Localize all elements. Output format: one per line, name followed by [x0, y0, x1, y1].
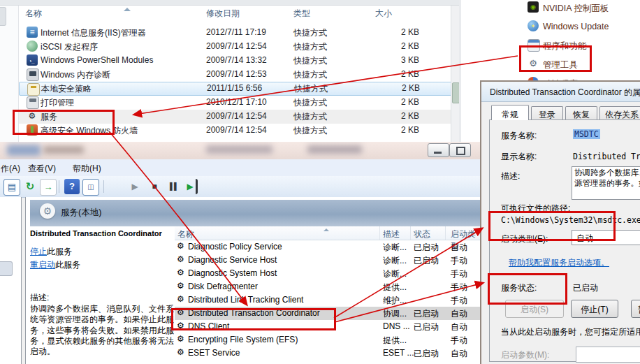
- service-name: Encrypting File System (EFS): [188, 335, 298, 344]
- service-desc: ESET ...: [383, 348, 414, 358]
- start-menu-item[interactable]: NVIDIA 控制面板: [461, 0, 640, 19]
- iscsi-icon: [27, 41, 38, 52]
- dialog-titlebar[interactable]: Distributed Transaction Coordinator 的属性: [481, 82, 640, 102]
- service-name: Diagnostic Service Host: [188, 255, 277, 265]
- explorer-row[interactable]: 本地安全策略 2011/1/15 6:56 快捷方式 2 KB: [19, 82, 452, 96]
- service-desc: DNS ...: [383, 321, 410, 331]
- list-header-status[interactable]: 状态: [414, 228, 430, 240]
- stop-icon[interactable]: ■: [147, 179, 162, 194]
- tab-logon[interactable]: 登录: [531, 106, 563, 119]
- service-startup-type: 自动: [451, 321, 467, 333]
- start-menu-item[interactable]: 管理工具: [461, 57, 640, 75]
- service-row[interactable]: ⚙ DNS Client DNS ... 已启动 自动: [175, 320, 481, 333]
- service-startup-type: 自动: [451, 348, 467, 360]
- help-icon[interactable]: ?: [64, 179, 80, 194]
- service-row[interactable]: ⚙ Distributed Link Tracking Client 维护...…: [175, 293, 481, 307]
- explorer-row[interactable]: Windows 内存诊断 2009/7/14 12:53 快捷方式 2 KB: [19, 68, 451, 82]
- explorer-row[interactable]: 服务 2009/7/14 12:54 快捷方式 2 KB: [19, 110, 451, 124]
- service-row[interactable]: ⚙ Encrypting File System (EFS) 提供... 手动: [175, 333, 481, 347]
- play-icon[interactable]: ▶: [127, 179, 143, 194]
- explorer-row[interactable]: 高级安全 Windows 防火墙 2009/7/14 12:54 快捷方式 2 …: [19, 124, 451, 138]
- explorer-row[interactable]: 打印管理 2010/12/1 17:10 快捷方式 2 KB: [19, 96, 451, 110]
- services-toolbar: ▤ ↻ → ? ◫ ▶ ■ ▌▌ ▶: [0, 176, 481, 198]
- startup-params-hint: 当从此处启动服务时，您可指定所适用的启动参数。: [501, 326, 640, 338]
- file-date: 2010/12/1 17:10: [206, 97, 267, 107]
- service-row[interactable]: ⚙ Disk Defragmenter 提供... 手动: [175, 280, 481, 293]
- service-desc: 维护...: [383, 295, 407, 307]
- list-header-name[interactable]: 名称: [177, 228, 194, 240]
- export-icon[interactable]: →: [40, 179, 57, 196]
- service-status: 已启动: [414, 321, 439, 333]
- pause-icon[interactable]: ▌▌: [166, 179, 182, 194]
- stop-button[interactable]: 停止(T): [571, 300, 618, 318]
- redacted-window-icon: [7, 145, 41, 156]
- console-tree-pane[interactable]: [0, 197, 22, 364]
- startup-type-dropdown[interactable]: 自动: [572, 230, 640, 245]
- minimize-icon: [434, 152, 442, 154]
- column-header-size[interactable]: 大小: [375, 8, 392, 20]
- start-menu-item-label: Windows Update: [543, 22, 609, 31]
- service-row[interactable]: ⚙ Diagnostic System Host 诊断... 手动: [175, 267, 481, 280]
- pause-button[interactable]: 暂停(P): [631, 300, 640, 318]
- service-status: 已启动: [414, 348, 439, 360]
- service-startup-type: 自动: [451, 242, 467, 254]
- memory-icon: [27, 68, 39, 81]
- explorer-row[interactable]: iSCSI 发起程序 2009/7/14 12:54 快捷方式 2 KB: [19, 40, 451, 54]
- help-configure-link[interactable]: 帮助我配置服务启动选项。: [509, 257, 609, 269]
- service-status-value: 已启动: [573, 282, 598, 294]
- file-type: 快捷方式: [293, 41, 327, 53]
- file-name: 本地安全策略: [41, 83, 92, 95]
- service-desc: 诊断...: [383, 268, 407, 280]
- panes-icon[interactable]: ◫: [82, 179, 99, 196]
- tab-recovery[interactable]: 恢复: [565, 106, 597, 119]
- programs-icon: [528, 39, 540, 52]
- stop-service-link[interactable]: 停止此服务: [30, 246, 174, 258]
- start-menu-items: NVIDIA 控制面板 Windows Update 程序和功能 管理工具 默认…: [461, 0, 640, 82]
- file-date: 2009/7/14 12:54: [206, 41, 267, 51]
- service-name-value[interactable]: MSDTC: [573, 129, 600, 139]
- services-titlebar[interactable]: [0, 142, 481, 160]
- display-name-label: 显示名称:: [501, 151, 537, 163]
- start-menu-item[interactable]: Windows Update: [461, 19, 640, 38]
- column-header-date[interactable]: 修改日期: [206, 8, 240, 20]
- explorer-column-headers: 名称 修改日期 类型 大小: [19, 0, 451, 21]
- list-header-desc[interactable]: 描述: [383, 228, 400, 240]
- restart-service-link[interactable]: 重启动此服务: [30, 259, 174, 271]
- nav-pane-stub: [0, 7, 6, 26]
- maximize-button[interactable]: [449, 143, 471, 157]
- restart-icon[interactable]: ▶: [184, 179, 198, 194]
- start-button: 启动(S): [505, 300, 564, 318]
- service-status-label: 服务状态:: [501, 282, 537, 294]
- column-header-name[interactable]: 名称: [25, 8, 42, 20]
- console-icon[interactable]: ▤: [3, 179, 20, 196]
- refresh-icon[interactable]: ↻: [22, 179, 38, 194]
- description-textbox[interactable]: 协调跨多个数据库、 源管理器的事务。如: [572, 166, 640, 200]
- services-window: 作(A) 查看(V) 帮助(H) ▤ ↻ → ? ◫ ▶ ■ ▌▌ ▶ ⚙ 服务…: [0, 142, 481, 364]
- menu-action[interactable]: 作(A): [1, 163, 20, 175]
- service-row[interactable]: ⚙ Diagnostic Service Host 诊断... 已启动 手动: [175, 254, 481, 267]
- minimize-button[interactable]: [428, 143, 449, 157]
- file-name: 打印管理: [41, 97, 74, 109]
- explorer-row[interactable]: Windows PowerShell Modules 2009/7/14 13:…: [19, 54, 451, 68]
- tab-general[interactable]: 常规: [491, 105, 529, 120]
- start-menu-item[interactable]: 程序和功能: [461, 38, 640, 57]
- tab-dependencies[interactable]: 依存关系: [599, 106, 640, 119]
- service-description-panel: Distributed Transaction Coordinator 停止此服…: [30, 229, 174, 364]
- file-name: Windows 内存诊断: [41, 69, 110, 81]
- service-row[interactable]: ⚙ Diagnostic Policy Service 诊断... 已启动 自动: [175, 240, 481, 254]
- description-label: 描述:: [501, 170, 520, 182]
- service-gear-icon: ⚙: [177, 334, 184, 344]
- policy-icon: [27, 83, 40, 96]
- service-row[interactable]: ⚙ Distributed Transaction Coordinator 协调…: [175, 307, 481, 320]
- menu-view[interactable]: 查看(V): [28, 163, 56, 175]
- services-list-header: 名称 描述 状态 启动类型: [175, 226, 481, 240]
- explorer-row[interactable]: Internet 信息服务(IIS)管理器 2012/7/11 17:19 快捷…: [19, 26, 451, 40]
- service-name: Diagnostic System Host: [188, 268, 277, 278]
- service-row[interactable]: ⚙ ESET Service ESET ... 已启动 自动: [175, 347, 481, 360]
- menu-help[interactable]: 帮助(H): [73, 163, 101, 175]
- services-menubar: 作(A) 查看(V) 帮助(H): [0, 159, 481, 177]
- service-desc: 提供...: [383, 282, 407, 293]
- column-header-type[interactable]: 类型: [293, 8, 310, 20]
- sort-ascending-icon: [124, 8, 131, 11]
- service-startup-type: 手动: [451, 295, 467, 307]
